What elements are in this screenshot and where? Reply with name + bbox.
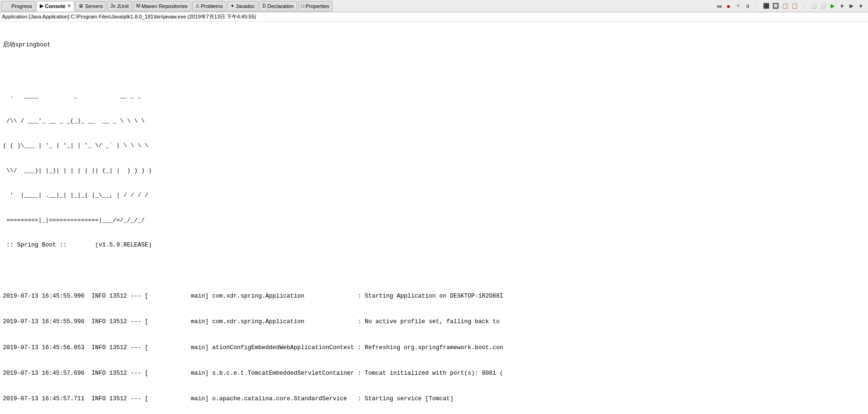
log-line-2: 2019-07-13 16:45:56.053 INFO 13512 --- [… <box>3 344 865 352</box>
tab-declaration[interactable]: D Declaration <box>259 1 297 11</box>
junit-icon: Ju <box>110 3 115 9</box>
blank-line <box>3 67 865 75</box>
spring-art-2: ( ( )\___ | '_ | '_| | '_ \/ _` | \ \ \ … <box>3 142 865 150</box>
pause-btn[interactable]: ⏸ <box>743 2 752 10</box>
startup-line: 启动springboot <box>3 41 865 49</box>
servers-icon: 🖥 <box>79 3 83 9</box>
tab-bar: ⬜ Progress ▶ Console ✕ 🖥 Servers Ju JUni… <box>0 0 868 12</box>
tab-maven-label: Maven Repositories <box>141 3 187 9</box>
properties-icon: □ <box>301 3 304 9</box>
console-close-btn[interactable]: ✕ <box>67 3 71 9</box>
tab-servers[interactable]: 🖥 Servers <box>75 1 106 11</box>
spring-art-5: =========|_|==============|___/=/_/_/_/ <box>3 217 865 224</box>
console-icon: ▶ <box>40 3 44 9</box>
tab-console-label: Console <box>45 3 65 9</box>
tab-declaration-label: Declaration <box>267 3 294 9</box>
app-header: Application [Java Application] C:\Progra… <box>0 12 868 22</box>
tab-maven[interactable]: M Maven Repositories <box>133 1 191 11</box>
log-line-3: 2019-07-13 16:45:57.696 INFO 13512 --- [… <box>3 369 865 378</box>
tab-junit-label: JUnit <box>117 3 129 9</box>
tab-properties-label: Properties <box>306 3 329 9</box>
view-btn1[interactable]: ⬛ <box>762 2 771 10</box>
javadoc-icon: ✦ <box>230 3 234 9</box>
spring-art-6: :: Spring Boot :: (v1.5.9.RELEASE) <box>3 241 865 249</box>
debug-btn[interactable]: ▶ <box>847 2 856 10</box>
spring-art-3: \\/ ___)| |_)| | | | | || (_| | ) ) ) ) <box>3 167 865 175</box>
log-line-0: 2019-07-13 16:45:55.996 INFO 13512 --- [… <box>3 292 865 300</box>
view-btn2[interactable]: 🔲 <box>772 2 780 10</box>
tab-problems-label: Problems <box>201 3 223 9</box>
tab-console[interactable]: ▶ Console ✕ <box>36 1 74 11</box>
tab-problems[interactable]: ⚠ Problems <box>192 1 226 11</box>
maven-icon: M <box>136 3 140 9</box>
terminate-btn[interactable]: ✕ <box>734 2 742 10</box>
run-btn[interactable]: ▶ <box>828 2 837 10</box>
skip-back-btn[interactable]: ⏮ <box>715 2 723 10</box>
spring-art-1: /\\ / ___'_ __ _ _(_)_ __ __ _ \ \ \ \ <box>3 117 865 125</box>
separator2: | <box>800 2 808 10</box>
tab-properties[interactable]: □ Properties <box>298 1 333 11</box>
app-header-text: Application [Java Application] C:\Progra… <box>2 13 256 20</box>
separator1: | <box>753 2 761 10</box>
spring-art-4: ' |____| .__|_| |_|_| |_\__, | / / / / <box>3 192 865 199</box>
spring-art-0: . ____ _ __ _ _ <box>3 92 865 100</box>
tab-javadoc-label: Javadoc <box>236 3 255 9</box>
tab-javadoc[interactable]: ✦ Javadoc <box>227 1 258 11</box>
copy-btn[interactable]: 📋 <box>781 2 789 10</box>
collapse-btn[interactable]: ⬜ <box>819 2 827 10</box>
blank-line2 <box>3 266 865 275</box>
paste-btn[interactable]: 📋 <box>790 2 799 10</box>
stop-btn[interactable]: ■ <box>724 2 733 10</box>
tab-progress[interactable]: ⬜ Progress <box>1 1 35 11</box>
debug-drop-btn[interactable]: ▼ <box>857 2 865 10</box>
toolbar-right: ⏮ ■ ✕ ⏸ | ⬛ 🔲 📋 📋 | ⬜ ⬜ ▶ ▼ ▶ ▼ <box>715 2 867 10</box>
declaration-icon: D <box>263 3 266 9</box>
problems-icon: ⚠ <box>195 3 200 9</box>
log-line-4: 2019-07-13 16:45:57.711 INFO 13512 --- [… <box>3 395 865 403</box>
tab-servers-label: Servers <box>85 3 103 9</box>
expand-btn[interactable]: ⬜ <box>809 2 818 10</box>
log-line-1: 2019-07-13 16:45:55.998 INFO 13512 --- [… <box>3 317 865 326</box>
console-output[interactable]: 启动springboot . ____ _ __ _ _ /\\ / ___'_… <box>0 22 868 414</box>
progress-icon: ⬜ <box>4 3 10 9</box>
run-drop-btn[interactable]: ▼ <box>838 2 846 10</box>
tab-junit[interactable]: Ju JUnit <box>107 1 132 11</box>
tab-progress-label: Progress <box>11 3 32 9</box>
